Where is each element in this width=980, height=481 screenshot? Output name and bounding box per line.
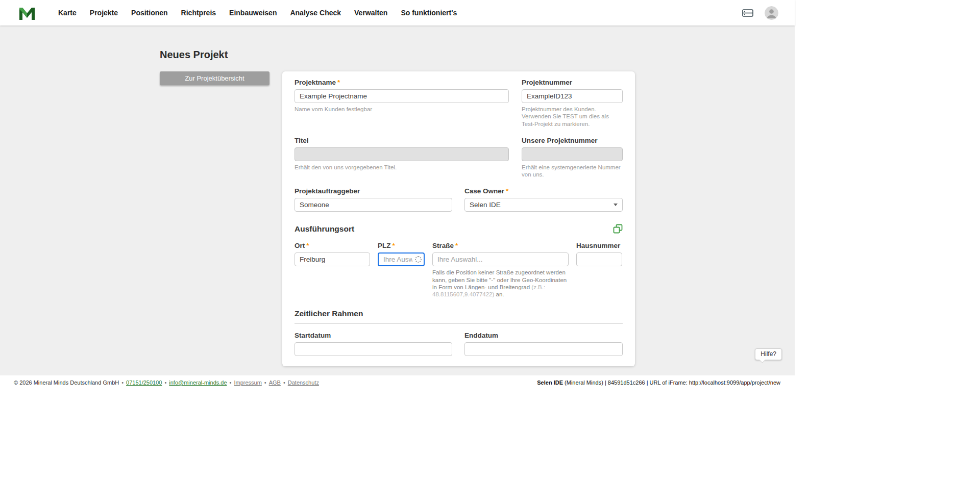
unsere-projektnummer-hint: Erhält eine systemgenerierte Nummer von … xyxy=(522,164,623,179)
footer-session-rest: (Mineral Minds) | 84591d51c266 | URL of … xyxy=(563,379,780,386)
footer-link-impressum[interactable]: Impressum xyxy=(234,379,261,386)
field-case-owner: Case Owner* Selen IDE xyxy=(464,187,623,212)
unsere-projektnummer-input xyxy=(522,147,623,161)
footer: © 2026 Mineral Minds Deutschland GmbH • … xyxy=(0,375,795,390)
plz-label-text: PLZ xyxy=(378,242,391,249)
section-ausfuehrungsort: Ausführungsort xyxy=(295,224,623,234)
field-strasse: Straße* Falls die Position keiner Straße… xyxy=(432,242,569,298)
projektuebersicht-button[interactable]: Zur Projektübersicht xyxy=(160,71,270,85)
plz-label: PLZ* xyxy=(378,242,425,249)
required-asterisk: * xyxy=(393,242,395,249)
footer-link-phone[interactable]: 07151/250100 xyxy=(126,379,162,386)
ort-label: Ort* xyxy=(295,242,370,249)
user-avatar-icon[interactable] xyxy=(765,6,778,20)
case-owner-select[interactable]: Selen IDE xyxy=(464,198,623,212)
strasse-label-text: Straße xyxy=(432,242,454,249)
ausfuehrungsort-title: Ausführungsort xyxy=(295,224,354,234)
nav-item-karte[interactable]: Karte xyxy=(58,9,77,17)
copy-icon[interactable] xyxy=(613,224,623,234)
nav-items: Karte Projekte Positionen Richtpreis Ein… xyxy=(58,9,457,17)
hilfe-button[interactable]: Hilfe? xyxy=(755,348,782,360)
server-icon[interactable] xyxy=(742,9,753,17)
project-form-card: Projektname* Name vom Kunden festlegbar … xyxy=(282,71,635,366)
footer-separator: • xyxy=(164,379,166,386)
titel-input xyxy=(295,147,509,161)
nav-right xyxy=(742,6,778,20)
field-hausnummer: Hausnummer xyxy=(576,242,622,298)
field-ort: Ort* xyxy=(295,242,370,298)
field-enddatum: Enddatum xyxy=(464,332,623,356)
hausnummer-label: Hausnummer xyxy=(576,242,622,249)
strasse-input[interactable] xyxy=(432,252,569,266)
footer-session-info: Selen IDE (Mineral Minds) | 84591d51c266… xyxy=(537,379,780,386)
projektauftraggeber-label: Projektauftraggeber xyxy=(295,187,452,195)
footer-copyright: © 2026 Mineral Minds Deutschland GmbH xyxy=(14,379,119,386)
strasse-hint: Falls die Position keiner Straße zugeord… xyxy=(432,269,569,298)
enddatum-input[interactable] xyxy=(464,342,623,356)
content: Neues Projekt Zur Projektübersicht Proje… xyxy=(160,26,635,366)
field-projektnummer: Projektnummer Projektnummer des Kunden. … xyxy=(522,79,623,128)
nav-item-verwalten[interactable]: Verwalten xyxy=(354,9,387,17)
nav-item-positionen[interactable]: Positionen xyxy=(131,9,168,17)
field-projektname: Projektname* Name vom Kunden festlegbar xyxy=(295,79,509,128)
required-asterisk: * xyxy=(306,242,309,249)
form-row-dates: Startdatum Enddatum xyxy=(295,332,623,356)
footer-left: © 2026 Mineral Minds Deutschland GmbH • … xyxy=(14,379,319,386)
required-asterisk: * xyxy=(455,242,458,249)
footer-separator: • xyxy=(264,379,266,386)
loading-spinner-icon xyxy=(415,256,422,263)
enddatum-label: Enddatum xyxy=(464,332,623,339)
top-nav: Karte Projekte Positionen Richtpreis Ein… xyxy=(0,0,795,26)
strasse-label: Straße* xyxy=(432,242,569,249)
required-asterisk: * xyxy=(506,187,508,195)
footer-link-agb[interactable]: AGB xyxy=(269,379,281,386)
case-owner-selected-value: Selen IDE xyxy=(470,201,501,209)
projektname-input[interactable] xyxy=(295,89,509,103)
nav-item-richtpreis[interactable]: Richtpreis xyxy=(181,9,216,17)
titel-label: Titel xyxy=(295,137,509,144)
footer-separator: • xyxy=(283,379,285,386)
projektnummer-hint: Projektnummer des Kunden. Verwenden Sie … xyxy=(522,106,623,128)
nav-item-projekte[interactable]: Projekte xyxy=(90,9,118,17)
field-projektauftraggeber: Projektauftraggeber xyxy=(295,187,452,212)
form-row-3: Projektauftraggeber Case Owner* Selen ID… xyxy=(295,187,623,212)
strasse-hint-main: Falls die Position keiner Straße zugeord… xyxy=(432,269,567,290)
zeitlicher-rahmen-title: Zeitlicher Rahmen xyxy=(295,309,623,318)
projektauftraggeber-input[interactable] xyxy=(295,198,452,212)
hausnummer-input[interactable] xyxy=(576,252,622,266)
section-divider xyxy=(295,323,623,323)
startdatum-input[interactable] xyxy=(295,342,452,356)
case-owner-label-text: Case Owner xyxy=(464,187,504,195)
projektnummer-label: Projektnummer xyxy=(522,79,623,86)
app-frame: Karte Projekte Positionen Richtpreis Ein… xyxy=(0,0,795,481)
startdatum-label: Startdatum xyxy=(295,332,452,339)
case-owner-label: Case Owner* xyxy=(464,187,623,195)
footer-separator: • xyxy=(121,379,124,386)
nav-item-analyse-check[interactable]: Analyse Check xyxy=(290,9,341,17)
form-row-ort: Ort* PLZ* xyxy=(295,242,623,298)
page-title: Neues Projekt xyxy=(160,26,635,61)
form-row-1: Projektname* Name vom Kunden festlegbar … xyxy=(295,79,623,128)
titel-hint: Erhält den von uns vorgegebenen Titel. xyxy=(295,164,509,171)
footer-session-user: Selen IDE xyxy=(537,379,563,386)
field-plz: PLZ* xyxy=(378,242,425,298)
field-titel: Titel Erhält den von uns vorgegebenen Ti… xyxy=(295,137,509,179)
mineral-minds-logo-icon[interactable] xyxy=(18,5,36,20)
field-unsere-projektnummer: Unsere Projektnummer Erhält eine systemg… xyxy=(522,137,623,179)
nav-item-einbauweisen[interactable]: Einbauweisen xyxy=(229,9,277,17)
footer-link-datenschutz[interactable]: Datenschutz xyxy=(288,379,319,386)
unsere-projektnummer-label: Unsere Projektnummer xyxy=(522,137,623,144)
footer-separator: • xyxy=(230,379,232,386)
ort-input[interactable] xyxy=(295,252,370,266)
ort-label-text: Ort xyxy=(295,242,305,249)
projektnummer-input[interactable] xyxy=(522,89,623,103)
footer-link-email[interactable]: info@mineral-minds.de xyxy=(169,379,227,386)
strasse-hint-suffix: an. xyxy=(494,291,504,297)
left-column: Zur Projektübersicht xyxy=(160,71,270,85)
nav-item-so-funktionierts[interactable]: So funktioniert's xyxy=(401,9,457,17)
chevron-down-icon xyxy=(614,204,618,206)
form-row-2: Titel Erhält den von uns vorgegebenen Ti… xyxy=(295,137,623,179)
projektname-label-text: Projektname xyxy=(295,79,336,86)
projektname-hint: Name vom Kunden festlegbar xyxy=(295,106,509,113)
main-area: Neues Projekt Zur Projektübersicht Proje… xyxy=(0,26,795,375)
